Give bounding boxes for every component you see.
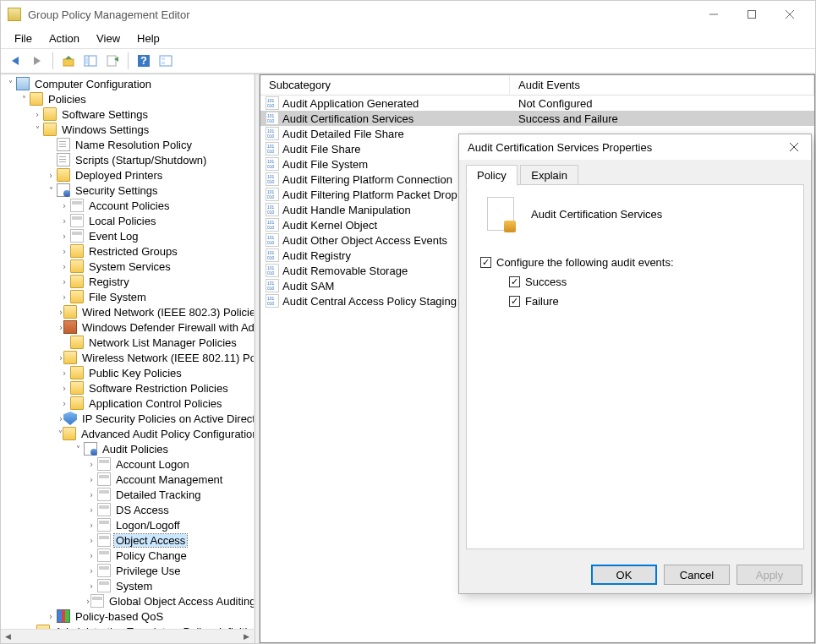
tree-item[interactable]: ›Windows Defender Firewall with Advanced… [1, 319, 254, 335]
show-hide-tree-button[interactable] [81, 52, 100, 70]
close-button[interactable] [770, 1, 808, 28]
chevron-right-icon[interactable]: › [85, 566, 97, 576]
column-subcategory[interactable]: Subcategory [260, 75, 510, 95]
chevron-right-icon[interactable]: › [58, 216, 70, 226]
chevron-right-icon[interactable]: › [85, 475, 97, 484]
tab-policy[interactable]: Policy [466, 165, 518, 186]
sec-icon [57, 183, 70, 197]
tree-view[interactable]: ˅Computer Configuration˅Policies›Softwar… [1, 74, 254, 629]
tree-item[interactable]: ›Application Control Policies [1, 396, 254, 411]
failure-checkbox[interactable]: ✓ Failure [509, 295, 790, 308]
tree-item[interactable]: Network List Manager Policies [1, 335, 254, 350]
tree-item[interactable]: ›Wireless Network (IEEE 802.11) Policies [1, 350, 254, 365]
tree-item[interactable]: ›Detailed Tracking [1, 487, 254, 502]
chevron-right-icon[interactable]: › [58, 232, 70, 241]
tree-item[interactable]: ›File System [1, 289, 254, 304]
tree-item[interactable]: ›Policy-based QoS [1, 609, 254, 624]
tree-item[interactable]: ›Global Object Access Auditing [1, 593, 254, 609]
tree-item[interactable]: ˅Audit Policies [1, 441, 254, 456]
tree-item[interactable]: ›Event Log [1, 228, 254, 243]
tree-item[interactable]: ›Object Access [1, 532, 254, 548]
chevron-right-icon[interactable]: › [45, 171, 57, 180]
menu-help[interactable]: Help [129, 30, 168, 47]
tree-item[interactable]: ›Registry [1, 274, 254, 289]
chevron-right-icon[interactable]: › [58, 384, 70, 393]
chevron-down-icon[interactable]: ˅ [31, 125, 43, 134]
ok-button[interactable]: OK [591, 565, 657, 585]
chevron-right-icon[interactable]: › [85, 536, 97, 545]
chevron-right-icon[interactable]: › [58, 414, 63, 423]
maximize-button[interactable] [732, 1, 770, 28]
tree-item[interactable]: ›Software Restriction Policies [1, 380, 254, 396]
chevron-right-icon[interactable]: › [58, 399, 70, 408]
chevron-right-icon[interactable]: › [85, 490, 97, 499]
tree-item[interactable]: ›Restricted Groups [1, 243, 254, 259]
properties-dialog: Audit Certification Services Properties … [458, 134, 812, 594]
tree-item[interactable]: ›Account Management [1, 472, 254, 487]
chevron-right-icon[interactable]: › [58, 292, 70, 302]
scroll-right-icon[interactable]: ▶ [239, 630, 254, 644]
export-button[interactable] [103, 52, 122, 70]
back-button[interactable] [6, 52, 25, 70]
tree-item[interactable]: ›Policy Change [1, 548, 254, 563]
tree-item[interactable]: ›Deployed Printers [1, 167, 254, 183]
tree-item[interactable]: ›Privilege Use [1, 563, 254, 578]
filter-button[interactable] [156, 52, 175, 70]
up-button[interactable] [59, 52, 78, 70]
tree-item[interactable]: Scripts (Startup/Shutdown) [1, 152, 254, 167]
tree-item[interactable]: ›System [1, 578, 254, 593]
tree-item[interactable]: ˅Policies [1, 91, 254, 106]
chevron-right-icon[interactable]: › [45, 612, 57, 621]
tree-item[interactable]: ›System Services [1, 259, 254, 274]
tree-item[interactable]: ˅Computer Configuration [1, 76, 254, 91]
minimize-button[interactable] [694, 1, 732, 28]
column-audit-events[interactable]: Audit Events [510, 75, 814, 95]
chevron-right-icon[interactable]: › [85, 581, 97, 591]
tree-item[interactable]: ›Account Policies [1, 198, 254, 213]
tree-item[interactable]: ˅Windows Settings [1, 122, 254, 137]
tree-item[interactable]: ›Local Policies [1, 213, 254, 228]
chevron-right-icon[interactable]: › [85, 460, 97, 469]
chevron-down-icon[interactable]: ˅ [45, 186, 57, 195]
tree-item[interactable]: ˅Advanced Audit Policy Configuration [1, 426, 254, 441]
menu-action[interactable]: Action [41, 30, 88, 47]
chevron-right-icon[interactable]: › [85, 505, 97, 515]
chevron-down-icon[interactable]: ˅ [72, 445, 84, 454]
chevron-right-icon[interactable]: › [58, 277, 70, 287]
tree-item[interactable]: ˅Security Settings [1, 183, 254, 198]
success-checkbox[interactable]: ✓ Success [509, 276, 790, 288]
tree-item[interactable]: ›Software Settings [1, 106, 254, 122]
chevron-right-icon[interactable]: › [58, 247, 70, 256]
menu-file[interactable]: File [6, 30, 41, 47]
menu-view[interactable]: View [88, 30, 129, 47]
chevron-right-icon[interactable]: › [85, 551, 97, 560]
tree-item[interactable]: Name Resolution Policy [1, 137, 254, 152]
chevron-down-icon[interactable]: ˅ [18, 95, 30, 104]
tree-item[interactable]: ›DS Access [1, 502, 254, 517]
chevron-right-icon[interactable]: › [31, 110, 43, 119]
chevron-right-icon[interactable]: › [58, 368, 70, 378]
tree-item[interactable]: ›Account Logon [1, 456, 254, 472]
configure-events-checkbox[interactable]: ✓ Configure the following audit events: [480, 256, 790, 269]
forward-button[interactable] [28, 52, 47, 70]
horizontal-scrollbar[interactable]: ◀ ▶ [1, 629, 254, 643]
chevron-right-icon[interactable]: › [58, 262, 70, 271]
scroll-left-icon[interactable]: ◀ [1, 630, 15, 644]
subcategory-label: Audit File System [282, 158, 368, 171]
list-item[interactable]: Audit Certification ServicesSuccess and … [260, 111, 814, 126]
help-button[interactable]: ? [134, 52, 153, 70]
svg-rect-8 [107, 56, 116, 66]
apply-button[interactable]: Apply [737, 565, 802, 585]
tab-explain[interactable]: Explain [520, 165, 578, 185]
list-item[interactable]: Audit Application GeneratedNot Configure… [260, 96, 814, 111]
tree-item[interactable]: ›Logon/Logoff [1, 517, 254, 532]
chevron-down-icon[interactable]: ˅ [4, 79, 16, 89]
dialog-close-button[interactable] [786, 139, 802, 156]
chevron-right-icon[interactable]: › [58, 201, 70, 210]
cancel-button[interactable]: Cancel [664, 565, 730, 585]
tree-item-label: Deployed Printers [74, 169, 164, 182]
tree-item[interactable]: ›Public Key Policies [1, 365, 254, 380]
tree-item[interactable]: ›Wired Network (IEEE 802.3) Policies [1, 304, 254, 319]
chevron-right-icon[interactable]: › [85, 521, 97, 530]
tree-item[interactable]: ›IP Security Policies on Active Director… [1, 411, 254, 426]
